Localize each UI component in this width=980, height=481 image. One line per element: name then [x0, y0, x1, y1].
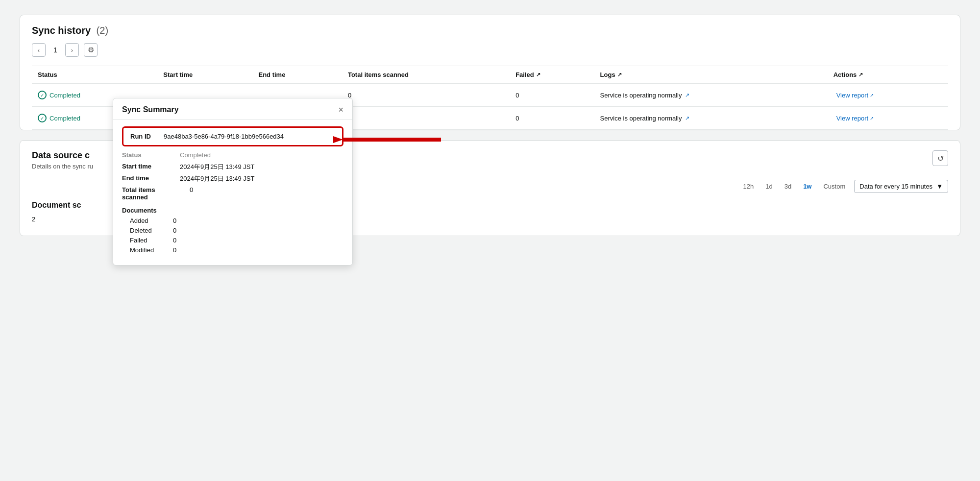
view-report-link-1[interactable]: View report ↗ [836, 92, 874, 99]
run-id-box: Run ID 9ae48ba3-5e86-4a79-9f18-1bb9e566e… [122, 126, 343, 146]
logs-text-2: Service is operating normally [600, 115, 682, 122]
th-logs: Logs ↗ [594, 66, 828, 84]
popup-status-value: Completed [180, 151, 211, 159]
data-interval-label: Data for every 15 minutes [859, 183, 932, 190]
logs-external-link-icon-2: ↗ [685, 115, 689, 121]
table-header-row: Status Start time End time Total items s… [32, 66, 948, 84]
total-items-cell-2 [342, 107, 510, 130]
popup-doc-value-1: 0 [173, 227, 176, 234]
popup-header: Sync Summary × [113, 98, 352, 120]
popup-field-label-0: Start time [122, 163, 176, 170]
popup-doc-value-2: 0 [173, 237, 176, 244]
logs-cell-1: Service is operating normally ↗ [594, 84, 828, 107]
view-report-external-icon-2: ↗ [870, 116, 874, 121]
popup-field-label-2: Total itemsscanned [122, 186, 186, 201]
settings-button[interactable]: ⚙ [84, 43, 98, 57]
time-1d-button[interactable]: 1d [762, 181, 775, 192]
popup-doc-row-3: Modified 0 [122, 246, 343, 254]
failed-cell-2: 0 [510, 107, 594, 130]
logs-cell-2: Service is operating normally ↗ [594, 107, 828, 130]
time-3d-button[interactable]: 3d [782, 181, 794, 192]
popup-doc-value-3: 0 [173, 246, 176, 254]
actions-cell-1: View report ↗ [828, 84, 948, 107]
actions-cell-2: View report ↗ [828, 107, 948, 130]
dropdown-arrow-icon: ▼ [936, 183, 943, 190]
sync-history-title-text: Sync history [32, 25, 91, 36]
sync-summary-popup: Sync Summary × Run ID 9ae48ba3-5e86-4a79… [113, 98, 353, 265]
check-icon-2: ✓ [38, 114, 47, 122]
prev-page-button[interactable]: ‹ [32, 43, 46, 57]
time-custom-button[interactable]: Custom [820, 181, 848, 192]
popup-field-value-0: 2024年9月25日 13:49 JST [180, 163, 254, 171]
th-status: Status [32, 66, 157, 84]
popup-status-label: Status [122, 151, 176, 159]
popup-doc-label-2: Failed [130, 237, 169, 244]
popup-close-button[interactable]: × [338, 105, 343, 114]
th-end-time: End time [253, 66, 342, 84]
popup-doc-label-3: Modified [130, 246, 169, 254]
time-12h-button[interactable]: 12h [740, 181, 757, 192]
popup-field-value-2: 0 [190, 186, 193, 193]
refresh-button[interactable]: ↺ [932, 150, 948, 166]
popup-doc-label-0: Added [130, 217, 169, 224]
failed-cell-1: 0 [510, 84, 594, 107]
next-page-button[interactable]: › [65, 43, 79, 57]
th-failed: Failed ↗ [510, 66, 594, 84]
popup-doc-value-0: 0 [173, 217, 176, 224]
data-source-title: Data source c [32, 150, 110, 161]
view-report-link-2[interactable]: View report ↗ [836, 115, 874, 122]
status-label-1: Completed [49, 92, 80, 99]
popup-doc-row-0: Added 0 [122, 217, 343, 224]
popup-status-row: Status Completed [122, 151, 343, 159]
popup-row-1: End time 2024年9月25日 13:49 JST [122, 174, 343, 183]
popup-row-2: Total itemsscanned 0 [122, 186, 343, 201]
th-total-items: Total items scanned [342, 66, 510, 84]
popup-doc-row-2: Failed 0 [122, 237, 343, 244]
popup-title: Sync Summary [122, 105, 179, 114]
status-label-2: Completed [49, 115, 80, 122]
actions-external-icon: ↗ [858, 72, 863, 78]
failed-external-icon: ↗ [536, 72, 540, 78]
run-id-label: Run ID [130, 133, 160, 140]
popup-doc-label-1: Deleted [130, 227, 169, 234]
sync-history-count: (2) [97, 25, 108, 36]
document-section-title: Document sc [32, 201, 110, 210]
check-icon-1: ✓ [38, 91, 47, 99]
popup-body: Run ID 9ae48ba3-5e86-4a79-9f18-1bb9e566e… [113, 120, 352, 265]
data-interval-dropdown[interactable]: Data for every 15 minutes ▼ [854, 180, 948, 193]
popup-doc-row-1: Deleted 0 [122, 227, 343, 234]
popup-field-value-1: 2024年9月25日 13:49 JST [180, 174, 254, 183]
total-items-cell-1: 0 [342, 84, 510, 107]
pagination-row: ‹ 1 › ⚙ [32, 43, 948, 57]
popup-documents-section: Documents [122, 207, 343, 214]
run-id-value: 9ae48ba3-5e86-4a79-9f18-1bb9e566ed34 [164, 133, 284, 140]
popup-row-0: Start time 2024年9月25日 13:49 JST [122, 163, 343, 171]
th-actions: Actions ↗ [828, 66, 948, 84]
sync-history-title: Sync history (2) [32, 25, 948, 36]
logs-external-icon: ↗ [617, 72, 622, 78]
logs-text-1: Service is operating normally [600, 92, 682, 99]
view-report-external-icon-1: ↗ [870, 93, 874, 98]
logs-external-link-icon-1: ↗ [685, 92, 689, 98]
page-number: 1 [50, 46, 60, 54]
th-start-time: Start time [157, 66, 252, 84]
time-1w-button[interactable]: 1w [800, 181, 814, 192]
popup-field-label-1: End time [122, 174, 176, 182]
data-source-subtitle: Details on the sync ru [32, 163, 110, 170]
sync-summary-popup-overlay: Sync Summary × Run ID 9ae48ba3-5e86-4a79… [113, 98, 353, 265]
